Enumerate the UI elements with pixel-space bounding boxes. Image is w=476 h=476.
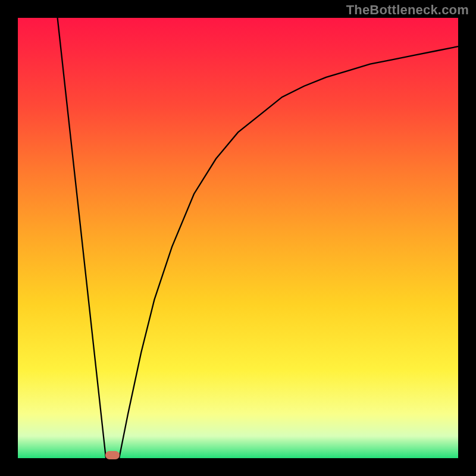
chart-frame: TheBottleneck.com: [0, 0, 476, 476]
series-left-linear: [58, 18, 106, 458]
plot-area: [18, 18, 458, 458]
curve-layer: [18, 18, 458, 458]
watermark-text: TheBottleneck.com: [346, 2, 469, 18]
series-right-curve: [119, 46, 458, 458]
valley-marker: [105, 451, 120, 459]
